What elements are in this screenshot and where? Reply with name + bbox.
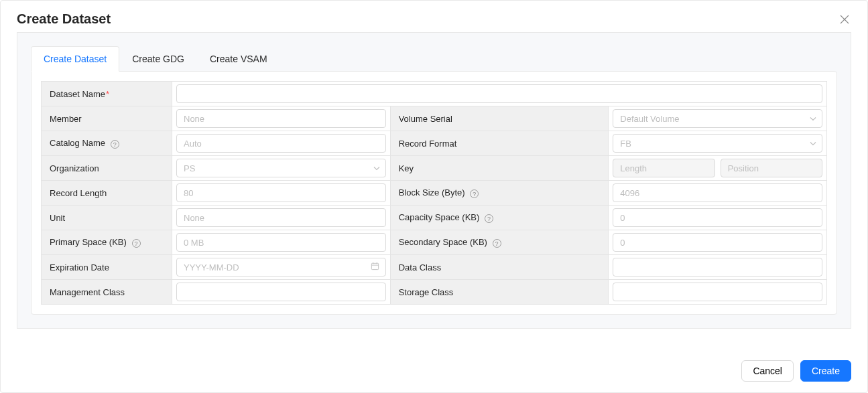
label-catalog-name: Catalog Name ? [42, 131, 172, 156]
label-data-class: Data Class [390, 255, 609, 280]
calendar-icon[interactable] [371, 262, 379, 272]
label-capacity-space-text: Capacity Space (KB) [399, 212, 480, 222]
label-volume-serial: Volume Serial [390, 106, 609, 131]
modal-body: Create Dataset Create GDG Create VSAM Da… [1, 32, 867, 329]
close-icon [840, 15, 849, 24]
required-mark: * [106, 89, 109, 99]
record-format-value: FB [620, 139, 631, 149]
label-member: Member [42, 106, 172, 131]
label-capacity-space: Capacity Space (KB) ? [390, 206, 609, 230]
label-storage-class: Storage Class [390, 280, 609, 305]
catalog-name-input[interactable] [176, 134, 386, 153]
capacity-space-input[interactable] [613, 208, 822, 227]
cancel-button[interactable]: Cancel [741, 360, 794, 382]
modal-header: Create Dataset [1, 1, 867, 32]
organization-select[interactable]: PS [176, 159, 386, 177]
label-key: Key [390, 156, 609, 181]
volume-serial-select[interactable]: Default Volume [613, 109, 822, 128]
expiration-date-input[interactable] [176, 258, 386, 277]
label-block-size-text: Block Size (Byte) [399, 187, 465, 198]
tab-create-vsam[interactable]: Create VSAM [197, 46, 280, 72]
organization-value: PS [184, 163, 195, 173]
tab-create-dataset[interactable]: Create Dataset [31, 46, 119, 72]
tab-create-gdg[interactable]: Create GDG [119, 46, 197, 72]
label-organization: Organization [42, 156, 172, 181]
label-primary-space: Primary Space (KB) ? [42, 230, 172, 255]
modal-footer: Cancel Create [741, 360, 851, 382]
label-record-format: Record Format [390, 131, 609, 156]
close-button[interactable] [838, 13, 851, 26]
chevron-down-icon [373, 165, 380, 172]
tab-content: Dataset Name* Member Volume Serial [31, 71, 837, 315]
label-expiration-date: Expiration Date [42, 255, 172, 280]
member-input[interactable] [176, 109, 386, 128]
create-button[interactable]: Create [800, 360, 851, 382]
key-length-input [613, 159, 715, 177]
block-size-input[interactable] [613, 183, 822, 202]
secondary-space-input[interactable] [613, 233, 822, 252]
volume-serial-value: Default Volume [620, 114, 679, 124]
label-record-length: Record Length [42, 181, 172, 206]
help-icon[interactable]: ? [111, 140, 119, 149]
primary-space-input[interactable] [176, 233, 386, 252]
label-unit: Unit [42, 206, 172, 230]
record-format-select[interactable]: FB [613, 134, 822, 153]
management-class-input[interactable] [176, 283, 386, 301]
help-icon[interactable]: ? [470, 189, 479, 198]
help-icon[interactable]: ? [132, 239, 141, 248]
storage-class-input[interactable] [613, 283, 822, 301]
tab-container: Create Dataset Create GDG Create VSAM Da… [17, 32, 851, 329]
dataset-form-table: Dataset Name* Member Volume Serial [41, 81, 827, 305]
record-length-input[interactable] [176, 183, 386, 202]
label-primary-space-text: Primary Space (KB) [50, 237, 127, 247]
label-dataset-name-text: Dataset Name [50, 89, 105, 99]
key-position-input [721, 159, 822, 177]
chevron-down-icon [810, 115, 816, 123]
label-dataset-name: Dataset Name* [42, 82, 172, 106]
label-secondary-space: Secondary Space (KB) ? [390, 230, 609, 255]
dataset-name-input[interactable] [176, 84, 822, 103]
unit-input[interactable] [176, 208, 386, 227]
modal-title: Create Dataset [17, 11, 111, 27]
help-icon[interactable]: ? [485, 214, 493, 223]
chevron-down-icon [810, 140, 816, 147]
label-catalog-name-text: Catalog Name [50, 138, 105, 148]
create-dataset-modal: Create Dataset Create Dataset Create GDG… [0, 0, 868, 393]
svg-rect-0 [371, 263, 378, 269]
label-secondary-space-text: Secondary Space (KB) [399, 237, 487, 247]
help-icon[interactable]: ? [493, 239, 501, 248]
label-management-class: Management Class [42, 280, 172, 305]
tabs: Create Dataset Create GDG Create VSAM [31, 46, 837, 72]
data-class-input[interactable] [613, 258, 822, 277]
label-block-size: Block Size (Byte) ? [390, 181, 609, 206]
